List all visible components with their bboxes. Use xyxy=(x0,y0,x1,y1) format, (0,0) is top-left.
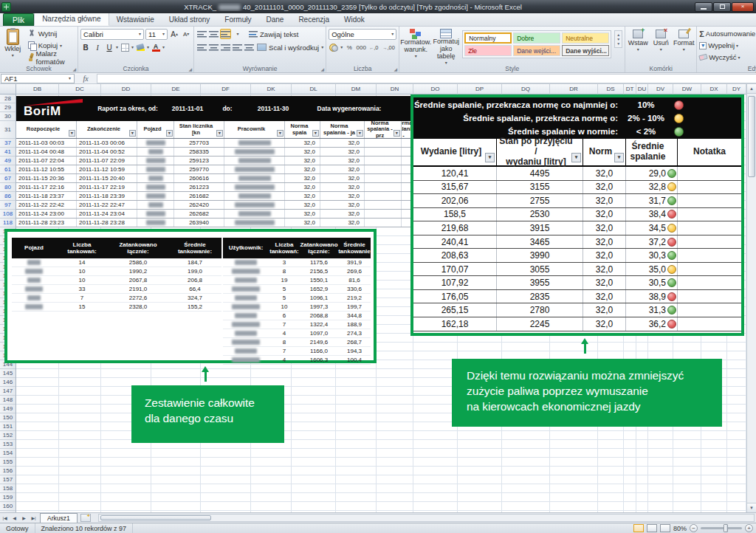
cell-empty[interactable] xyxy=(365,165,402,173)
row-header-filtered[interactable]: 97 xyxy=(0,201,16,210)
cell-employee[interactable] xyxy=(224,210,285,218)
row-header[interactable]: 160 xyxy=(0,502,16,511)
dialog-launcher-icon[interactable]: ◢ xyxy=(394,67,398,72)
ribbon-tab[interactable]: Dane xyxy=(258,13,291,26)
cell-odometer[interactable]: 258335 xyxy=(174,148,224,156)
column-header[interactable]: DX xyxy=(701,84,727,94)
cell-norm1[interactable]: 32,0 xyxy=(285,210,320,218)
cell-norm2[interactable]: 32,0 xyxy=(320,165,365,173)
cell-norm2[interactable]: 32,0 xyxy=(320,192,365,200)
row-header[interactable]: 158 xyxy=(0,484,16,493)
gallery-scroll[interactable]: ▲ ▼ ▼ xyxy=(614,30,622,48)
cell-style-chip[interactable]: Złe xyxy=(464,45,512,56)
align-bottom-button[interactable] xyxy=(220,29,231,39)
cell-norm1[interactable]: 32,0 xyxy=(285,157,320,165)
ribbon-tab[interactable]: Wstawianie xyxy=(109,13,162,26)
vertical-scrollbar[interactable]: ▲ ▼ xyxy=(746,84,756,512)
chevron-down-icon[interactable]: ▾ xyxy=(162,45,165,49)
cell-end[interactable]: 2011-11-07 22:09 xyxy=(77,157,137,165)
cell-end[interactable]: 2011-11-22 22:47 xyxy=(77,201,137,209)
font-family-select[interactable]: Calibri▾ xyxy=(80,29,144,40)
cell-start[interactable]: 2011-11-07 22:04 xyxy=(16,157,77,165)
conditional-formatting-button[interactable]: Formatow. warunk.▾ xyxy=(402,28,430,58)
cell-odometer[interactable]: 261682 xyxy=(174,192,224,200)
column-header[interactable]: DR xyxy=(550,84,598,94)
cell-vehicle[interactable] xyxy=(137,183,174,191)
scroll-up-icon[interactable]: ▲ xyxy=(747,84,756,94)
cell-odometer[interactable]: 263940 xyxy=(174,219,224,227)
cell-start[interactable]: 2011-11-04 00:48 xyxy=(16,148,77,156)
cut-button[interactable]: Wytnij xyxy=(26,28,75,39)
filter-dropdown-icon[interactable]: ▾ xyxy=(357,130,363,137)
cell-vehicle[interactable] xyxy=(137,219,174,227)
cell-norm1[interactable]: 32,0 xyxy=(285,165,320,173)
format-cells-button[interactable]: Format▾ xyxy=(673,28,694,52)
cell-empty[interactable] xyxy=(365,183,402,191)
zoom-slider[interactable] xyxy=(701,527,742,529)
chevron-down-icon[interactable]: ▾ xyxy=(340,45,343,49)
ribbon-tab[interactable]: Układ strony xyxy=(162,13,218,26)
name-box[interactable]: AF1▾ xyxy=(1,74,75,83)
cell-vehicle[interactable] xyxy=(137,165,174,173)
row-header[interactable]: 152 xyxy=(0,431,16,440)
column-header[interactable]: DT xyxy=(624,84,636,94)
cell-norm2[interactable]: 32,0 xyxy=(320,183,365,191)
last-sheet-icon[interactable]: ▶| xyxy=(29,514,38,523)
row-header[interactable]: 149 xyxy=(0,405,16,413)
cell-norm1[interactable]: 32,0 xyxy=(285,201,320,209)
dialog-launcher-icon[interactable]: ◢ xyxy=(321,67,325,72)
cell-employee[interactable] xyxy=(224,165,285,173)
cell-end[interactable]: 2011-11-04 00:52 xyxy=(77,148,137,156)
cell-employee[interactable] xyxy=(224,201,285,209)
horizontal-scrollbar[interactable] xyxy=(98,514,755,522)
insert-cells-button[interactable]: Wstaw▾ xyxy=(628,28,648,52)
cell-vehicle[interactable] xyxy=(137,157,174,165)
row-header-filtered[interactable]: 80 xyxy=(0,183,16,192)
file-tab[interactable]: Plik xyxy=(3,13,34,26)
cell-start[interactable]: 2011-11-03 00:03 xyxy=(16,139,77,147)
cell-employee[interactable] xyxy=(224,148,285,156)
filter-dropdown-icon[interactable]: ▾ xyxy=(216,130,223,137)
fuel-consumption-overlay[interactable]: Średnie spalanie, przekracza normę co na… xyxy=(410,94,744,336)
cell-vehicle[interactable] xyxy=(137,148,174,156)
column-header[interactable]: DV xyxy=(648,84,673,94)
column-header[interactable]: DY xyxy=(727,84,746,94)
column-header[interactable]: DF xyxy=(201,84,251,94)
column-header[interactable]: DD xyxy=(101,84,151,94)
decrease-decimal-button[interactable]: ,00 xyxy=(381,44,396,52)
restore-button[interactable] xyxy=(713,2,731,12)
chevron-down-icon[interactable]: ▾ xyxy=(131,45,134,49)
cell-vehicle[interactable] xyxy=(137,201,174,209)
filter-dropdown-icon[interactable]: ▾ xyxy=(485,153,495,162)
fill-button[interactable]: ▼Wypełnij▾ xyxy=(699,40,756,51)
cell-odometer[interactable]: 262420 xyxy=(174,201,224,209)
chevron-down-icon[interactable]: ▾ xyxy=(147,45,149,49)
row-header[interactable]: 156 xyxy=(0,467,16,475)
row-header-filtered[interactable]: 86 xyxy=(0,192,16,201)
ribbon-tab[interactable]: Narzędzia główne xyxy=(34,12,109,26)
row-header-filtered[interactable]: 41 xyxy=(0,148,16,157)
number-format-select[interactable]: Ogólne▾ xyxy=(329,29,396,40)
cell-end[interactable]: 2011-11-28 23:28 xyxy=(77,219,137,227)
cell-norm1[interactable]: 32,0 xyxy=(285,148,320,156)
filter-active-icon[interactable]: ▾ xyxy=(166,130,173,137)
format-painter-button[interactable]: Malarz formatów xyxy=(26,52,75,63)
ribbon-tab[interactable]: Recenzja xyxy=(291,13,337,26)
cell-style-chip[interactable]: Normalny xyxy=(464,32,512,44)
cell-empty[interactable] xyxy=(365,219,402,227)
dialog-launcher-icon[interactable]: ◢ xyxy=(188,67,192,72)
cell-empty[interactable] xyxy=(365,201,402,209)
cell-start[interactable]: 2011-11-18 23:37 xyxy=(16,192,77,200)
font-color-button[interactable]: A xyxy=(151,42,161,52)
cell-norm1[interactable]: 32,0 xyxy=(285,139,320,147)
column-header[interactable]: DQ xyxy=(502,84,550,94)
cell-norm2[interactable]: 32,0 xyxy=(320,219,365,227)
cell-empty[interactable] xyxy=(365,174,402,182)
clear-button[interactable]: Wyczyść▾ xyxy=(699,52,756,63)
borders-button[interactable] xyxy=(120,42,130,52)
filter-dropdown-icon[interactable]: ▾ xyxy=(614,153,624,162)
close-button[interactable]: × xyxy=(732,2,754,12)
cell-start[interactable]: 2011-11-15 20:36 xyxy=(16,174,77,182)
fx-icon[interactable]: fx xyxy=(75,75,97,83)
sheet-tab-arkusz1[interactable]: Arkusz1 xyxy=(40,513,78,523)
